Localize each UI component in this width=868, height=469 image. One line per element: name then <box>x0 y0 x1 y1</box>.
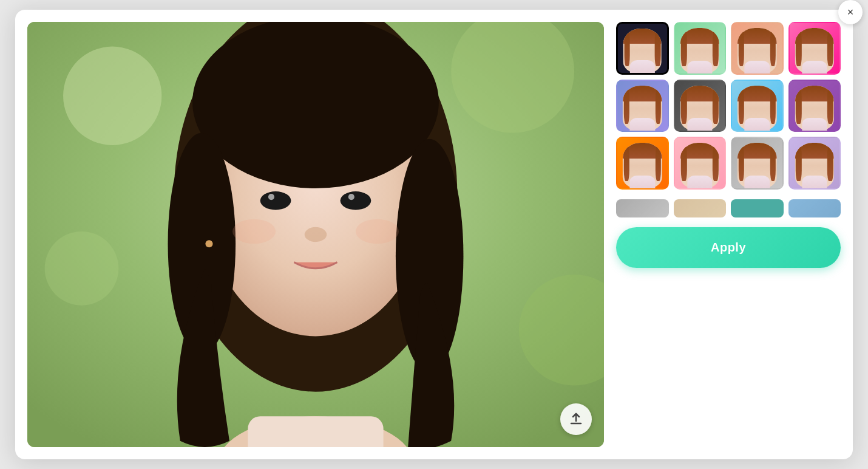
close-icon: × <box>847 6 854 19</box>
bg-option-8[interactable] <box>788 80 841 132</box>
svg-point-17 <box>205 240 212 247</box>
svg-point-16 <box>305 227 327 242</box>
bg-option-4[interactable] <box>788 22 841 75</box>
svg-point-13 <box>341 191 371 210</box>
svg-point-15 <box>348 194 354 200</box>
bg-option-16[interactable] <box>788 199 841 217</box>
close-button[interactable]: × <box>838 0 863 24</box>
apply-button[interactable]: Apply <box>616 227 841 268</box>
options-panel: Apply <box>616 22 841 447</box>
bg-option-10[interactable] <box>674 137 727 190</box>
bg-option-11[interactable] <box>731 137 784 190</box>
svg-point-14 <box>268 194 274 200</box>
svg-point-18 <box>232 219 276 244</box>
svg-point-3 <box>45 231 119 306</box>
bg-option-6[interactable] <box>674 80 727 132</box>
main-image-panel <box>27 22 604 447</box>
portrait-background <box>27 22 604 447</box>
partial-thumbnails-row <box>616 199 841 217</box>
upload-icon <box>569 412 583 427</box>
svg-rect-6 <box>248 416 383 447</box>
bg-option-2[interactable] <box>674 22 727 75</box>
svg-point-12 <box>260 191 291 210</box>
svg-point-19 <box>356 219 399 244</box>
portrait-svg <box>27 22 604 447</box>
bg-option-3[interactable] <box>731 22 784 75</box>
background-options-grid <box>616 22 841 190</box>
bg-option-9[interactable] <box>616 137 669 190</box>
bg-option-15[interactable] <box>731 199 784 217</box>
svg-point-9 <box>192 22 439 188</box>
editor-modal: × <box>15 10 853 459</box>
upload-button[interactable] <box>560 403 592 435</box>
bg-option-14[interactable] <box>674 199 727 217</box>
svg-point-1 <box>63 47 161 145</box>
bg-option-7[interactable] <box>731 80 784 132</box>
bg-option-13[interactable] <box>616 199 669 217</box>
bg-option-1[interactable] <box>616 22 669 75</box>
bg-option-12[interactable] <box>788 137 841 190</box>
bg-option-5[interactable] <box>616 80 669 132</box>
